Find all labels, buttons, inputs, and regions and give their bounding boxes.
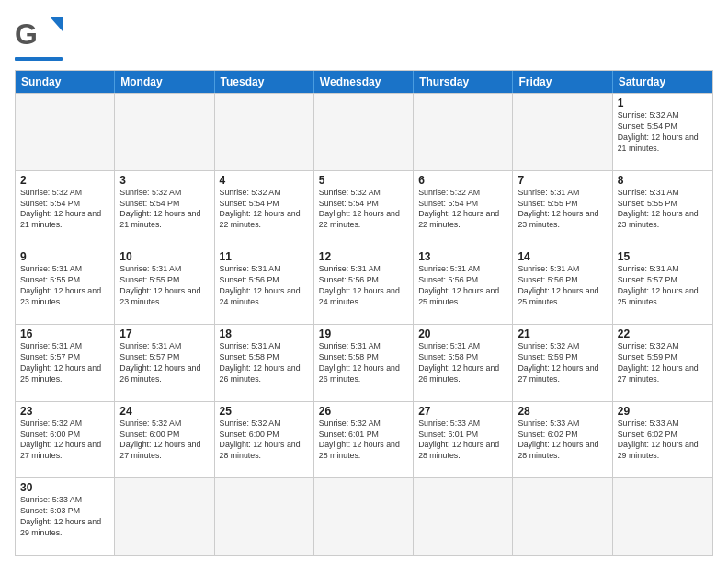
- sun-info: Sunrise: 5:31 AM Sunset: 5:57 PM Dayligh…: [20, 341, 109, 385]
- day-number: 26: [319, 405, 408, 418]
- day-number: 9: [20, 250, 109, 263]
- day-number: 4: [220, 174, 309, 187]
- day-of-week-header: Saturday: [613, 71, 712, 93]
- calendar-day-cell: [513, 478, 612, 555]
- sun-info: Sunrise: 5:31 AM Sunset: 5:56 PM Dayligh…: [518, 264, 607, 308]
- calendar-day-cell: 30Sunrise: 5:33 AM Sunset: 6:03 PM Dayli…: [16, 478, 115, 555]
- svg-text:G: G: [15, 17, 38, 51]
- calendar-day-cell: 3Sunrise: 5:32 AM Sunset: 5:54 PM Daylig…: [115, 171, 214, 247]
- sun-info: Sunrise: 5:31 AM Sunset: 5:58 PM Dayligh…: [319, 341, 408, 385]
- calendar-body: 1Sunrise: 5:32 AM Sunset: 5:54 PM Daylig…: [16, 93, 712, 555]
- day-number: 22: [618, 327, 708, 340]
- calendar-page: G SundayMondayTuesdayWednesdayThursdayF: [0, 0, 728, 563]
- calendar-day-cell: [414, 94, 513, 170]
- calendar: SundayMondayTuesdayWednesdayThursdayFrid…: [15, 70, 713, 556]
- calendar-week-row: 16Sunrise: 5:31 AM Sunset: 5:57 PM Dayli…: [16, 324, 712, 401]
- calendar-day-cell: 17Sunrise: 5:31 AM Sunset: 5:57 PM Dayli…: [115, 325, 214, 401]
- sun-info: Sunrise: 5:31 AM Sunset: 5:56 PM Dayligh…: [418, 264, 507, 308]
- sun-info: Sunrise: 5:32 AM Sunset: 6:01 PM Dayligh…: [319, 419, 408, 463]
- calendar-day-cell: 13Sunrise: 5:31 AM Sunset: 5:56 PM Dayli…: [414, 247, 513, 324]
- day-number: 30: [20, 481, 109, 494]
- day-number: 7: [518, 174, 607, 187]
- calendar-day-cell: 28Sunrise: 5:33 AM Sunset: 6:02 PM Dayli…: [513, 402, 612, 478]
- sun-info: Sunrise: 5:32 AM Sunset: 5:54 PM Dayligh…: [20, 188, 109, 232]
- sun-info: Sunrise: 5:33 AM Sunset: 6:03 PM Dayligh…: [20, 495, 109, 539]
- calendar-day-cell: 14Sunrise: 5:31 AM Sunset: 5:56 PM Dayli…: [513, 247, 612, 324]
- sun-info: Sunrise: 5:32 AM Sunset: 6:00 PM Dayligh…: [20, 419, 109, 463]
- calendar-week-row: 2Sunrise: 5:32 AM Sunset: 5:54 PM Daylig…: [16, 170, 712, 247]
- sun-info: Sunrise: 5:32 AM Sunset: 5:54 PM Dayligh…: [618, 110, 708, 155]
- day-number: 13: [418, 250, 507, 263]
- calendar-day-cell: 25Sunrise: 5:32 AM Sunset: 6:00 PM Dayli…: [215, 402, 314, 478]
- calendar-day-cell: [613, 478, 712, 555]
- sun-info: Sunrise: 5:32 AM Sunset: 5:54 PM Dayligh…: [418, 188, 507, 232]
- day-of-week-header: Thursday: [414, 71, 513, 93]
- calendar-day-cell: [215, 94, 314, 170]
- sun-info: Sunrise: 5:31 AM Sunset: 5:58 PM Dayligh…: [418, 341, 507, 385]
- calendar-day-cell: [513, 94, 612, 170]
- day-number: 10: [119, 250, 209, 263]
- calendar-day-cell: 22Sunrise: 5:32 AM Sunset: 5:59 PM Dayli…: [613, 325, 712, 401]
- calendar-week-row: 9Sunrise: 5:31 AM Sunset: 5:55 PM Daylig…: [16, 247, 712, 324]
- calendar-day-cell: [414, 478, 513, 555]
- calendar-day-cell: 26Sunrise: 5:32 AM Sunset: 6:01 PM Dayli…: [314, 402, 414, 478]
- calendar-day-cell: 18Sunrise: 5:31 AM Sunset: 5:58 PM Dayli…: [215, 325, 314, 401]
- calendar-day-cell: [115, 94, 214, 170]
- calendar-day-cell: 21Sunrise: 5:32 AM Sunset: 5:59 PM Dayli…: [513, 325, 612, 401]
- day-number: 21: [518, 327, 607, 340]
- day-number: 1: [618, 97, 708, 109]
- day-number: 6: [418, 174, 507, 187]
- calendar-day-cell: 11Sunrise: 5:31 AM Sunset: 5:56 PM Dayli…: [215, 247, 314, 324]
- sun-info: Sunrise: 5:33 AM Sunset: 6:01 PM Dayligh…: [418, 419, 507, 463]
- day-of-week-header: Tuesday: [215, 71, 314, 93]
- sun-info: Sunrise: 5:31 AM Sunset: 5:56 PM Dayligh…: [319, 264, 408, 308]
- sun-info: Sunrise: 5:32 AM Sunset: 6:00 PM Dayligh…: [220, 419, 309, 463]
- svg-marker-1: [50, 17, 63, 31]
- calendar-day-cell: 9Sunrise: 5:31 AM Sunset: 5:55 PM Daylig…: [16, 247, 115, 324]
- calendar-day-cell: 16Sunrise: 5:31 AM Sunset: 5:57 PM Dayli…: [16, 325, 115, 401]
- sun-info: Sunrise: 5:31 AM Sunset: 5:56 PM Dayligh…: [220, 264, 309, 308]
- day-number: 19: [319, 327, 408, 340]
- sun-info: Sunrise: 5:31 AM Sunset: 5:57 PM Dayligh…: [618, 264, 708, 308]
- sun-info: Sunrise: 5:32 AM Sunset: 5:59 PM Dayligh…: [518, 341, 607, 385]
- calendar-day-cell: [115, 478, 214, 555]
- calendar-day-cell: [314, 94, 414, 170]
- calendar-day-cell: [16, 94, 115, 170]
- day-of-week-header: Friday: [513, 71, 612, 93]
- calendar-day-cell: 23Sunrise: 5:32 AM Sunset: 6:00 PM Dayli…: [16, 402, 115, 478]
- day-number: 18: [220, 327, 309, 340]
- day-number: 27: [418, 405, 507, 418]
- sun-info: Sunrise: 5:33 AM Sunset: 6:02 PM Dayligh…: [618, 419, 708, 463]
- sun-info: Sunrise: 5:32 AM Sunset: 5:59 PM Dayligh…: [618, 341, 708, 385]
- calendar-day-cell: 20Sunrise: 5:31 AM Sunset: 5:58 PM Dayli…: [414, 325, 513, 401]
- day-number: 16: [20, 327, 109, 340]
- sun-info: Sunrise: 5:31 AM Sunset: 5:55 PM Dayligh…: [119, 264, 209, 308]
- day-number: 3: [119, 174, 209, 187]
- calendar-day-cell: 12Sunrise: 5:31 AM Sunset: 5:56 PM Dayli…: [314, 247, 414, 324]
- calendar-day-cell: 1Sunrise: 5:32 AM Sunset: 5:54 PM Daylig…: [613, 94, 712, 170]
- sun-info: Sunrise: 5:31 AM Sunset: 5:55 PM Dayligh…: [518, 188, 607, 232]
- calendar-day-cell: 29Sunrise: 5:33 AM Sunset: 6:02 PM Dayli…: [613, 402, 712, 478]
- calendar-day-cell: 6Sunrise: 5:32 AM Sunset: 5:54 PM Daylig…: [414, 171, 513, 247]
- calendar-day-cell: 2Sunrise: 5:32 AM Sunset: 5:54 PM Daylig…: [16, 171, 115, 247]
- sun-info: Sunrise: 5:32 AM Sunset: 6:00 PM Dayligh…: [119, 419, 209, 463]
- sun-info: Sunrise: 5:33 AM Sunset: 6:02 PM Dayligh…: [518, 419, 607, 463]
- day-number: 23: [20, 405, 109, 418]
- calendar-day-cell: 7Sunrise: 5:31 AM Sunset: 5:55 PM Daylig…: [513, 171, 612, 247]
- sun-info: Sunrise: 5:31 AM Sunset: 5:55 PM Dayligh…: [618, 188, 708, 232]
- calendar-day-cell: [215, 478, 314, 555]
- day-of-week-header: Wednesday: [314, 71, 414, 93]
- day-number: 24: [119, 405, 209, 418]
- day-number: 14: [518, 250, 607, 263]
- page-header: G: [15, 15, 713, 61]
- calendar-week-row: 23Sunrise: 5:32 AM Sunset: 6:00 PM Dayli…: [16, 401, 712, 478]
- day-number: 8: [618, 174, 708, 187]
- sun-info: Sunrise: 5:31 AM Sunset: 5:57 PM Dayligh…: [119, 341, 209, 385]
- calendar-week-row: 1Sunrise: 5:32 AM Sunset: 5:54 PM Daylig…: [16, 93, 712, 170]
- day-number: 25: [220, 405, 309, 418]
- calendar-day-cell: 15Sunrise: 5:31 AM Sunset: 5:57 PM Dayli…: [613, 247, 712, 324]
- sun-info: Sunrise: 5:31 AM Sunset: 5:55 PM Dayligh…: [20, 264, 109, 308]
- calendar-day-cell: 19Sunrise: 5:31 AM Sunset: 5:58 PM Dayli…: [314, 325, 414, 401]
- calendar-day-cell: 10Sunrise: 5:31 AM Sunset: 5:55 PM Dayli…: [115, 247, 214, 324]
- calendar-day-cell: 5Sunrise: 5:32 AM Sunset: 5:54 PM Daylig…: [314, 171, 414, 247]
